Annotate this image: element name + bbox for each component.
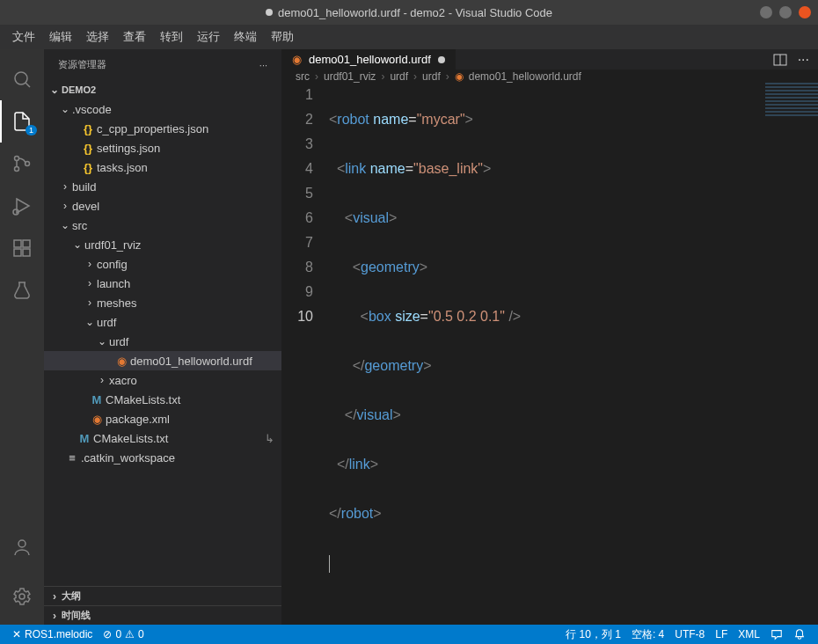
menu-view[interactable]: 查看 — [118, 27, 151, 47]
menu-go[interactable]: 转到 — [155, 27, 188, 47]
tree-folder-urdf01[interactable]: ⌄urdf01_rviz — [44, 235, 281, 254]
menu-terminal[interactable]: 终端 — [229, 27, 262, 47]
code-editor[interactable]: 12345678910 <robot name="mycar"> <link n… — [281, 83, 818, 625]
text-cursor — [329, 555, 330, 573]
tree-file[interactable]: {}c_cpp_properties.json — [44, 119, 281, 138]
svg-point-13 — [19, 594, 25, 599]
tree-file[interactable]: {}tasks.json — [44, 157, 281, 177]
minimap[interactable] — [765, 83, 818, 118]
dirty-dot-icon — [266, 9, 273, 16]
notifications-icon[interactable] — [788, 627, 811, 642]
close-button[interactable] — [799, 6, 811, 18]
settings-icon[interactable] — [0, 575, 44, 618]
menu-selection[interactable]: 选择 — [81, 27, 114, 47]
explorer-badge: 1 — [26, 125, 37, 135]
svg-rect-7 — [14, 240, 21, 247]
tree-folder-build[interactable]: ›build — [44, 177, 281, 196]
link-icon: ↳ — [265, 432, 274, 445]
breadcrumbs[interactable]: src› urdf01_rviz› urdf› urdf› ◉ demo01_h… — [281, 70, 818, 83]
menu-help[interactable]: 帮助 — [266, 27, 299, 47]
split-editor-icon[interactable] — [773, 53, 787, 67]
breadcrumb-item[interactable]: src — [296, 70, 310, 83]
menu-run[interactable]: 运行 — [192, 27, 225, 47]
chevron-right-icon: › — [47, 610, 62, 622]
menu-file[interactable]: 文件 — [7, 27, 40, 47]
status-problems[interactable]: ⊘0 ⚠0 — [98, 628, 149, 640]
menubar: 文件 编辑 选择 查看 转到 运行 终端 帮助 — [0, 25, 818, 49]
tree-file[interactable]: ≡.catkin_workspace — [44, 448, 281, 467]
breadcrumb-item[interactable]: demo01_helloworld.urdf — [469, 70, 581, 83]
chevron-right-icon: › — [413, 70, 417, 83]
testing-icon[interactable] — [0, 269, 44, 311]
breadcrumb-item[interactable]: urdf — [390, 70, 408, 83]
status-cursor-pos[interactable]: 行 10，列 1 — [560, 627, 626, 642]
explorer-icon[interactable]: 1 — [0, 100, 44, 143]
status-bar: ✕ROS1.melodic ⊘0 ⚠0 行 10，列 1 空格: 4 UTF-8… — [0, 625, 818, 644]
line-gutter: 12345678910 — [281, 83, 329, 625]
tree-file[interactable]: {}settings.json — [44, 138, 281, 157]
folder-root[interactable]: ⌄ DEMO2 — [44, 80, 281, 99]
tree-file[interactable]: MCMakeLists.txt↳ — [44, 428, 281, 448]
status-eol[interactable]: LF — [710, 627, 733, 642]
svg-rect-8 — [23, 240, 30, 247]
breadcrumb-item[interactable]: urdf01_rviz — [324, 70, 376, 83]
titlebar: demo01_helloworld.urdf - demo2 - Visual … — [0, 0, 818, 25]
tree-folder-urdf[interactable]: ⌄urdf — [44, 312, 281, 332]
tab-label: demo01_helloworld.urdf — [309, 53, 431, 66]
chevron-down-icon: ⌄ — [47, 84, 62, 96]
tab-active[interactable]: ◉ demo01_helloworld.urdf — [281, 49, 456, 70]
chevron-right-icon: › — [446, 70, 449, 83]
chevron-down-icon: ⌄ — [70, 238, 84, 251]
timeline-section[interactable]: › 时间线 — [44, 605, 281, 625]
chevron-right-icon: › — [83, 296, 97, 309]
chevron-down-icon: ⌄ — [58, 103, 72, 115]
feedback-icon[interactable] — [765, 627, 788, 642]
svg-point-3 — [15, 167, 19, 172]
status-language[interactable]: XML — [733, 627, 765, 642]
more-icon[interactable]: ··· — [798, 52, 809, 68]
svg-point-12 — [18, 540, 26, 547]
tree-file[interactable]: ◉package.xml — [44, 409, 281, 428]
chevron-right-icon: › — [83, 277, 97, 289]
maximize-button[interactable] — [779, 6, 792, 18]
sidebar-header: 资源管理器 ··· — [44, 49, 281, 80]
sidebar: 资源管理器 ··· ⌄ DEMO2 ⌄.vscode {}c_cpp_prope… — [44, 49, 281, 625]
minimize-button[interactable] — [760, 6, 772, 18]
tree-folder-launch[interactable]: ›launch — [44, 274, 281, 293]
tree-folder-vscode[interactable]: ⌄.vscode — [44, 99, 281, 119]
outline-section[interactable]: › 大纲 — [44, 586, 281, 605]
tree-file-demo[interactable]: ◉demo01_helloworld.urdf — [44, 351, 281, 370]
tree-folder-meshes[interactable]: ›meshes — [44, 293, 281, 312]
activity-bar: 1 — [0, 49, 44, 625]
svg-point-0 — [15, 72, 27, 84]
chevron-right-icon: › — [83, 258, 97, 270]
cmake-icon: M — [76, 432, 93, 445]
status-encoding[interactable]: UTF-8 — [669, 627, 710, 642]
more-icon[interactable]: ··· — [259, 60, 267, 70]
tree-folder-src[interactable]: ⌄src — [44, 216, 281, 235]
xml-icon: ◉ — [88, 413, 106, 426]
warning-icon: ⚠ — [125, 628, 135, 640]
run-debug-icon[interactable] — [0, 185, 44, 227]
source-control-icon[interactable] — [0, 143, 44, 185]
status-indent[interactable]: 空格: 4 — [626, 627, 669, 642]
search-icon[interactable] — [0, 58, 44, 100]
breadcrumb-item[interactable]: urdf — [422, 70, 441, 83]
tree-folder-urdf-inner[interactable]: ⌄urdf — [44, 332, 281, 351]
tree-folder-config[interactable]: ›config — [44, 254, 281, 274]
tree-folder-devel[interactable]: ›devel — [44, 196, 281, 216]
accounts-icon[interactable] — [0, 526, 44, 568]
tree-folder-xacro[interactable]: ›xacro — [44, 370, 281, 390]
code-content[interactable]: <robot name="mycar"> <link name="base_li… — [329, 83, 818, 625]
svg-rect-9 — [14, 249, 21, 256]
chevron-down-icon: ⌄ — [58, 219, 72, 231]
window-controls — [760, 6, 811, 18]
status-remote[interactable]: ✕ROS1.melodic — [7, 628, 98, 640]
menu-edit[interactable]: 编辑 — [44, 27, 77, 47]
extensions-icon[interactable] — [0, 227, 44, 269]
editor: ◉ demo01_helloworld.urdf ··· src› urdf01… — [281, 49, 818, 625]
chevron-down-icon: ⌄ — [83, 316, 97, 328]
outline-label: 大纲 — [62, 589, 81, 603]
xml-icon: ◉ — [455, 70, 464, 83]
tree-file[interactable]: MCMakeLists.txt — [44, 390, 281, 409]
